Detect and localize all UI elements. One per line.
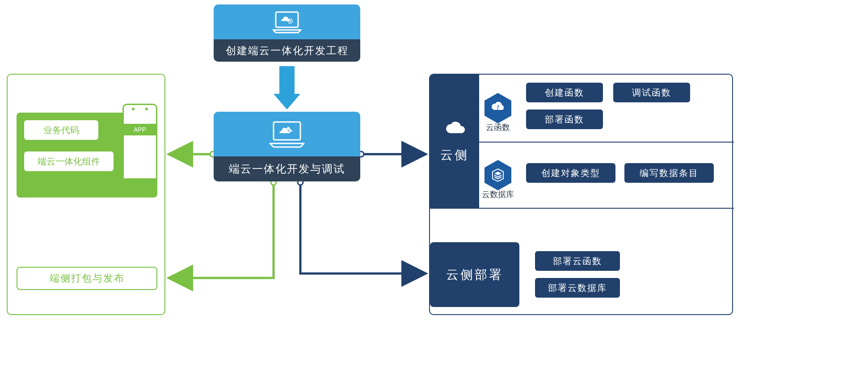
cloud-function-section: f 云函数 创建函数 调试函数 部署函数 xyxy=(479,75,734,142)
svg-point-9 xyxy=(289,20,291,22)
cloud-function-hex-icon: f xyxy=(485,93,511,123)
deploy-cloud-function-box: 部署云函数 xyxy=(535,251,620,271)
device-side-card: 业务代码 端云一体化组件 APP 端侧 xyxy=(17,113,157,198)
cloud-side-card: 云侧 xyxy=(430,75,479,209)
cloud-deploy-label: 云侧部署 xyxy=(446,266,503,283)
write-data-entry-box: 编写数据条目 xyxy=(624,163,714,183)
create-function-box: 创建函数 xyxy=(526,83,603,102)
create-object-type-box: 创建对象类型 xyxy=(526,163,615,183)
cloud-deploy-card: 云侧部署 xyxy=(430,242,519,307)
laptop-cloud-wrench-icon xyxy=(214,112,360,156)
device-side-label: 端侧 xyxy=(118,200,153,215)
cloud-function-label: 云函数 xyxy=(482,122,514,133)
cloud-db-hex-icon xyxy=(485,160,511,190)
cloud-side-label: 云侧 xyxy=(440,147,469,164)
create-project-label: 创建端云一体化开发工程 xyxy=(214,39,360,62)
device-side-container: 业务代码 端云一体化组件 APP 端侧 端侧打包与发布 xyxy=(7,74,165,315)
device-deploy-box: 端侧打包与发布 xyxy=(17,267,157,290)
create-project-block: 创建端云一体化开发工程 xyxy=(214,4,360,62)
laptop-cloud-gear-icon xyxy=(214,4,360,39)
phone-icon: APP xyxy=(122,104,157,180)
dev-debug-label: 端云一体化开发与调试 xyxy=(214,156,360,181)
deploy-cloud-db-box: 部署云数据库 xyxy=(535,278,620,298)
business-code-box: 业务代码 xyxy=(23,119,99,141)
deploy-function-box: 部署函数 xyxy=(526,109,603,129)
cloud-panel: f 云函数 创建函数 调试函数 部署函数 云数据库 xyxy=(479,75,734,209)
cloud-db-section: 云数据库 创建对象类型 编写数据条目 xyxy=(479,142,734,209)
cloud-icon xyxy=(442,120,467,138)
debug-function-box: 调试函数 xyxy=(613,83,690,102)
component-box: 端云一体化组件 xyxy=(23,151,114,172)
cloud-db-label: 云数据库 xyxy=(482,189,514,200)
svg-rect-0 xyxy=(279,66,295,94)
cloud-side-container: 云侧 f 云函数 创建函数 调试函数 部署函数 xyxy=(429,74,733,315)
app-label: APP xyxy=(124,124,156,135)
dev-debug-block: 端云一体化开发与调试 xyxy=(214,112,360,181)
